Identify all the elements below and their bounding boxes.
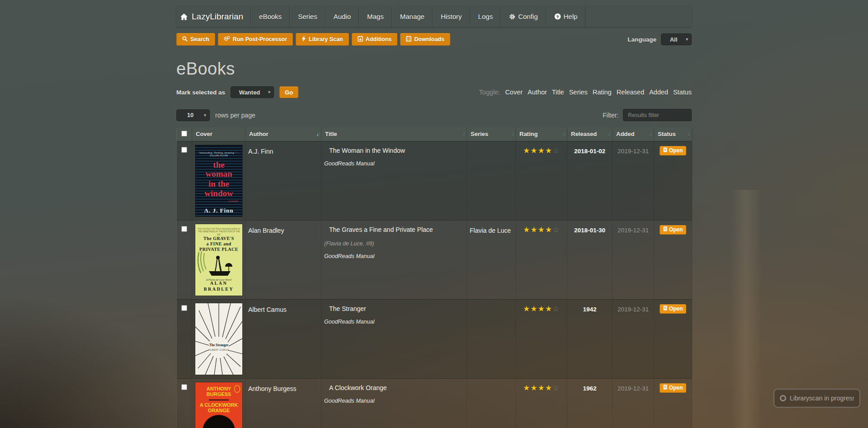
book-title-link[interactable]: A Clockwork Orange	[329, 384, 387, 391]
language-select[interactable]: All	[661, 33, 692, 45]
mark-selected-label: Mark selected as	[176, 89, 225, 96]
released-date: 2018-01-02	[567, 141, 613, 220]
added-date: 2019-12-31	[613, 220, 654, 299]
book-icon	[663, 147, 667, 154]
toggle-author[interactable]: Author	[528, 89, 547, 96]
brand-label: LazyLibrarian	[192, 12, 243, 22]
column-toggle-group: Toggle: Cover Author Title Series Rating…	[479, 89, 692, 96]
nav-item-audio[interactable]: Audio	[326, 6, 359, 27]
nav-item-series[interactable]: Series	[290, 6, 326, 27]
header-rating[interactable]: Rating↓↑	[516, 127, 567, 141]
nav-item-config[interactable]: Config	[501, 6, 546, 27]
toggle-title[interactable]: Title	[552, 89, 564, 96]
series-name[interactable]: Flavia de Luce	[467, 220, 516, 299]
header-series[interactable]: Series↓↑	[467, 127, 516, 141]
toast-notification[interactable]: Libraryscan in progress ...	[774, 389, 860, 408]
rows-per-page-group: 10 rows per page	[176, 109, 255, 121]
list-controls-row: 10 rows per page Filter:	[176, 109, 692, 121]
toast-message: Libraryscan in progress ...	[790, 395, 854, 402]
open-button[interactable]: Open	[660, 146, 687, 155]
book-cover-the-stranger[interactable]: The Stranger ALBERT CAMUS	[195, 303, 242, 375]
source-label: GoodReads Manual	[324, 319, 464, 325]
search-icon	[182, 36, 188, 43]
sort-icon: ↓↑	[608, 132, 610, 137]
sort-icon: ↓↑	[462, 132, 464, 137]
table-row: From the New York Times bestselling auth…	[177, 220, 692, 299]
book-title-link[interactable]: The Stranger	[329, 305, 366, 312]
book-title-link[interactable]: The Graves a Fine and Private Place	[329, 226, 433, 233]
source-label: GoodReads Manual	[324, 253, 464, 259]
row-checkbox[interactable]	[181, 384, 187, 390]
rating-stars: ★★★★☆	[516, 299, 567, 378]
open-button[interactable]: Open	[660, 304, 687, 314]
brand-link[interactable]: LazyLibrarian	[176, 6, 251, 27]
header-added[interactable]: Added↓↑	[613, 127, 654, 141]
language-control: Language All	[627, 33, 692, 45]
search-button[interactable]: Search	[176, 33, 215, 46]
library-scan-button[interactable]: Library Scan	[296, 33, 349, 46]
boat-illustration	[195, 251, 242, 280]
filter-input[interactable]	[623, 109, 692, 121]
header-title[interactable]: Title↓↑	[321, 127, 467, 141]
header-status[interactable]: Status↓↑	[654, 127, 692, 141]
go-button[interactable]: Go	[279, 86, 298, 98]
mark-status-select[interactable]: Wanted	[231, 86, 274, 98]
author-name[interactable]: Alan Bradley	[245, 220, 321, 299]
bolt-icon	[302, 36, 306, 43]
svg-text:?: ?	[556, 14, 559, 19]
additions-button[interactable]: Additions	[352, 33, 398, 46]
books-table: Cover Author↓↑ Title↓↑ Series↓↑ Rating↓↑…	[176, 127, 692, 428]
rating-stars: ★★★★☆	[516, 141, 567, 220]
run-post-processor-button[interactable]: Run Post-Processor	[218, 33, 293, 46]
header-cover[interactable]: Cover	[192, 127, 245, 141]
mark-selected-group: Mark selected as Wanted Go	[176, 86, 298, 98]
sort-icon: ↓↑	[316, 132, 319, 137]
sort-icon: ↓↑	[511, 132, 513, 137]
rows-per-page-select[interactable]: 10	[176, 109, 210, 121]
row-checkbox[interactable]	[181, 147, 187, 153]
released-date: 1942	[567, 299, 613, 378]
toggle-released[interactable]: Released	[617, 89, 644, 96]
toggle-rating[interactable]: Rating	[593, 89, 612, 96]
series-name	[467, 141, 516, 220]
series-note: (Flavia de Luce, #9)	[324, 240, 464, 247]
page-title: eBooks	[176, 59, 692, 79]
row-checkbox[interactable]	[181, 226, 187, 232]
book-title-link[interactable]: The Woman in the Window	[329, 147, 405, 154]
rating-stars: ★★★★☆	[516, 378, 567, 428]
select-all-checkbox[interactable]	[181, 131, 187, 136]
header-released[interactable]: Released↓↑	[567, 127, 613, 141]
sort-icon: ↓↑	[562, 132, 565, 137]
downloads-button[interactable]: Downloads	[400, 33, 450, 46]
penguin-logo	[234, 385, 240, 393]
nav-item-logs[interactable]: Logs	[470, 6, 501, 27]
row-checkbox[interactable]	[181, 305, 187, 311]
toggle-series[interactable]: Series	[569, 89, 588, 96]
book-cover-graves-fine-private-place[interactable]: From the New York Times bestselling auth…	[195, 224, 242, 296]
open-button[interactable]: Open	[660, 383, 687, 393]
nav-item-manage[interactable]: Manage	[392, 6, 433, 27]
author-name[interactable]: Anthony Burgess	[245, 378, 321, 428]
toggle-cover[interactable]: Cover	[505, 89, 523, 96]
header-author[interactable]: Author↓↑	[245, 127, 321, 141]
open-button[interactable]: Open	[660, 225, 687, 235]
author-name[interactable]: Albert Camus	[245, 299, 321, 378]
sort-icon: ↓↑	[687, 132, 689, 137]
table-row: "Astounding. Thrilling. Amazing." —GILLI…	[177, 141, 692, 220]
nav-item-ebooks[interactable]: eBooks	[251, 6, 290, 27]
main-container: LazyLibrarian eBooks Series Audio Mags M…	[176, 0, 692, 428]
nav-item-history[interactable]: History	[433, 6, 470, 27]
released-date: 2018-01-30	[567, 220, 613, 299]
author-name[interactable]: A.J. Finn	[245, 141, 321, 220]
nav-item-mags[interactable]: Mags	[359, 6, 392, 27]
book-cover-clockwork-orange[interactable]: ANTHONY BURGESS A CLOCKWORK ORANGE	[195, 382, 242, 428]
nav-item-help[interactable]: ? Help	[546, 6, 586, 27]
toggle-added[interactable]: Added	[649, 89, 668, 96]
toggle-label: Toggle:	[479, 89, 500, 96]
series-name	[467, 299, 516, 378]
gear-icon	[509, 14, 515, 20]
language-select-wrap: All	[661, 33, 692, 45]
book-cover-woman-in-the-window[interactable]: "Astounding. Thrilling. Amazing." —GILLI…	[195, 145, 242, 216]
toggle-status[interactable]: Status	[673, 89, 692, 96]
nav-items: eBooks Series Audio Mags Manage History …	[251, 6, 585, 27]
